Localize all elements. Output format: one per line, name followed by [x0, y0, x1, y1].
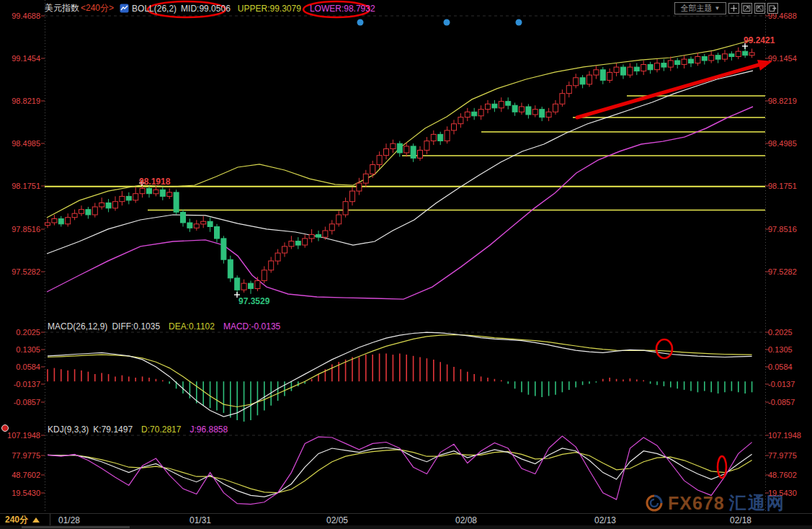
kdj-d-line	[48, 450, 752, 493]
candle-body	[370, 165, 375, 174]
axis-label: 97.5282	[0, 268, 40, 276]
candle-body	[86, 210, 91, 215]
date-label: 02/18	[730, 515, 751, 525]
candle-body	[715, 55, 720, 60]
candle-body	[194, 224, 199, 228]
candle-body	[45, 223, 50, 226]
candle-body	[702, 57, 707, 61]
scale-left-button[interactable]	[741, 3, 752, 14]
candle-body	[120, 196, 125, 201]
axis-label: -0.0857	[768, 399, 795, 406]
candle-body	[574, 78, 579, 86]
boll-lower-band	[47, 107, 753, 299]
candle-body	[153, 190, 159, 194]
main-chart-legend: 美元指数 <240分> BOLL(26,2) MID:99.0506 UPPER…	[45, 2, 375, 14]
candle-body	[499, 102, 504, 108]
date-label: 02/13	[594, 515, 616, 525]
candle-body	[249, 283, 254, 288]
kdj-k-value: K:79.1497	[93, 424, 133, 435]
candle-body	[682, 59, 687, 64]
candle-body	[560, 94, 565, 105]
crosshair-button[interactable]	[728, 3, 739, 14]
candle-body	[532, 110, 537, 115]
candle-body	[566, 86, 571, 94]
watermark: FX678 汇通网	[645, 492, 785, 515]
axis-label: 19.5430	[768, 489, 797, 497]
highlight-ellipse	[656, 339, 672, 358]
candle-body	[465, 112, 470, 117]
candle-body	[66, 218, 71, 224]
candle-body	[52, 219, 57, 223]
axis-label: 99.1454	[0, 55, 40, 63]
annotation-swing-low: 97.3529	[238, 296, 269, 306]
axis-label: 98.4985	[768, 140, 797, 148]
candle-body	[58, 219, 63, 224]
period-selector[interactable]: 240分	[0, 514, 50, 525]
triangle-up-icon	[32, 517, 40, 523]
event-dot	[516, 19, 522, 26]
candle-body	[329, 224, 334, 231]
candle-body	[262, 270, 267, 281]
candle-body	[661, 63, 666, 68]
boll-label: BOLL(26,2)	[132, 4, 177, 14]
candle-body	[580, 78, 585, 84]
candle-body	[215, 227, 220, 239]
candle-body	[106, 203, 111, 208]
candle-body	[295, 241, 300, 246]
candlestick-chart-icon	[120, 4, 129, 13]
candle-body	[519, 107, 525, 112]
chart-canvas[interactable]	[0, 0, 812, 529]
candle-body	[323, 231, 328, 237]
axis-label: -0.0137	[768, 381, 795, 388]
candle-body	[486, 104, 491, 109]
candle-body	[187, 223, 192, 228]
candle-body	[275, 253, 280, 261]
boll-mid-value: MID:99.0506	[181, 4, 231, 14]
candle-body	[235, 278, 240, 290]
candle-body	[140, 188, 145, 193]
axis-label: 98.4985	[0, 140, 40, 148]
candle-body	[709, 55, 714, 61]
scale-right-button[interactable]	[754, 3, 765, 14]
reset-view-button[interactable]	[767, 3, 778, 14]
axis-label: 0.2025	[0, 329, 40, 337]
candle-body	[695, 57, 700, 63]
candle-body	[255, 281, 260, 289]
theme-dropdown[interactable]: 全部主题 ▼	[674, 2, 726, 14]
candle-body	[404, 146, 409, 153]
axis-label: 77.9775	[0, 452, 40, 460]
candle-body	[303, 239, 308, 245]
axis-label: 98.8219	[768, 97, 797, 105]
candle-body	[594, 70, 599, 75]
date-label: 01/28	[58, 515, 80, 525]
candle-body	[628, 67, 633, 75]
candle-body	[668, 61, 673, 67]
candle-body	[723, 54, 728, 59]
kdj-title: KDJ(9,3,3)	[48, 424, 89, 435]
candle-body	[749, 53, 754, 55]
axis-label: 97.8516	[0, 226, 40, 234]
axis-label: -0.0857	[0, 399, 40, 406]
top-toolbar: 全部主题 ▼	[674, 2, 778, 14]
candle-body	[546, 112, 551, 117]
axis-label: 99.4688	[0, 12, 40, 20]
candle-body	[431, 134, 436, 141]
candle-body	[614, 67, 619, 72]
candle-body	[92, 207, 97, 215]
candle-body	[309, 234, 314, 239]
candle-body	[113, 202, 118, 208]
candle-body	[160, 190, 165, 196]
theme-dropdown-label: 全部主题	[681, 3, 713, 14]
axis-label: 97.8516	[768, 226, 797, 234]
axis-label: 98.8219	[0, 97, 40, 105]
date-label: 01/31	[189, 515, 211, 525]
axis-label: 0.1305	[0, 346, 40, 354]
candle-body	[492, 104, 497, 108]
axis-label: 97.5282	[768, 268, 797, 276]
candle-body	[438, 134, 443, 141]
bottom-scrollbar-thumb[interactable]	[22, 526, 130, 528]
candle-body	[634, 67, 639, 71]
candle-body	[208, 221, 213, 226]
axis-label: 0.2025	[768, 329, 793, 337]
candle-body	[411, 146, 416, 159]
